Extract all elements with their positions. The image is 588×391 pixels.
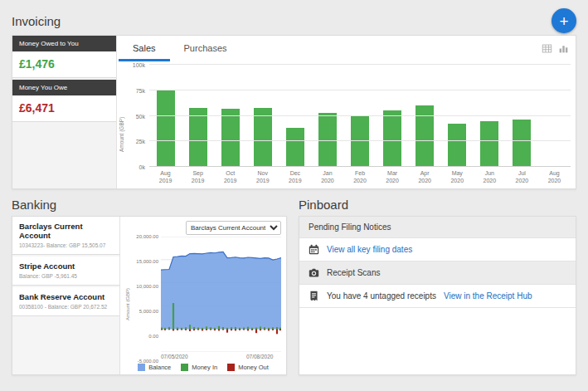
pinboard-row-text: Pending Filing Notices [309,222,391,232]
bar-slot [182,65,214,167]
x-tick-label: Mar2020 [377,167,409,187]
x-tick-label: Oct2019 [214,167,246,187]
pinboard-item-row: View all key filing dates [299,238,576,261]
summary-card-value: £6,471 [12,95,116,121]
tab-sales[interactable]: Sales [119,36,170,61]
summary-card-label: Money You Owe [12,80,116,95]
y-tick-label: 0k [139,164,145,170]
invoicing-summary-cards: Money Owed to You£1,476Money You Owe£6,4… [12,36,117,188]
legend-label: Money Out [238,364,269,371]
x-tick-label: Aug2019 [149,167,182,187]
x-tick-label: Jun2020 [474,167,506,187]
legend-label: Money In [192,364,217,371]
dashboard: Invoicing + Money Owed to You£1,476Money… [0,0,588,380]
pinboard-link[interactable]: View in the Receipt Hub [444,291,532,301]
bar-slot [409,65,441,167]
bank-chart-area: Barclays Current Account Amount (GBP) -5… [120,217,286,374]
banking-title: Banking [12,198,287,212]
legend-swatch [181,364,188,371]
bank-chart: Amount (GBP) -5,000.000.005,000.0010,000… [125,237,281,361]
pinboard-panel: Pending Filing NoticesView all key filin… [299,216,576,375]
bar-slot [343,65,376,167]
invoicing-tabs: SalesPurchases [119,36,241,61]
pinboard-link[interactable]: View all key filing dates [327,245,412,254]
bank-account-name: Stripe Account [19,261,113,271]
receipt-icon [309,291,319,301]
sales-chart-bars [149,65,571,167]
x-tick-label: 07/08/2020 [246,354,274,359]
bank-account-select[interactable]: Barclays Current Account [186,221,281,235]
sales-chart-plot [149,65,571,167]
legend-label: Balance [148,364,171,371]
bar [254,108,272,167]
bar [513,120,531,167]
invoicing-section: Invoicing + Money Owed to You£1,476Money… [12,7,576,189]
x-tick-label: Nov2019 [246,167,279,187]
bank-chart-plot [161,237,281,352]
pinboard-row-text: You have 4 untagged receipts [327,291,436,301]
pinboard-title: Pinboard [299,198,576,212]
invoicing-title: Invoicing [12,14,61,28]
bank-account-name: Bank Reserve Account [19,292,113,301]
chart-tools [542,43,571,54]
y-tick-label: 50k [136,113,145,119]
bar-slot [279,65,311,167]
gridline [149,64,571,65]
y-tick-label: -5,000.00 [138,359,158,364]
table-view-icon[interactable] [542,43,552,54]
bar-slot [441,65,474,167]
invoicing-panel: Money Owed to You£1,476Money You Owe£6,4… [12,35,576,189]
bar [480,121,498,167]
pinboard-header-row: Pending Filing Notices [299,217,576,238]
summary-card[interactable]: Money You Owe£6,471 [12,80,116,122]
bar-slot [246,65,279,167]
gridline [149,90,571,90]
bank-chart-xlabels: 07/05/202007/08/2020 [161,352,281,361]
bank-accounts-list: Barclays Current Account10343223- Balanc… [12,217,120,374]
bar [383,110,401,167]
sales-chart-yticks: 0k25k50k75k100k [128,65,149,167]
summary-card-value: £1,476 [12,51,116,77]
summary-card-label: Money Owed to You [12,36,116,51]
y-tick-label: 75k [136,87,145,93]
add-button[interactable]: + [552,8,576,33]
banking-section: Banking Barclays Current Account10343223… [12,189,287,375]
bar-slot [377,65,409,167]
y-tick-label: 15,000.00 [136,259,158,264]
y-tick-label: 5,000.00 [139,309,158,314]
pinboard-section: Pinboard Pending Filing NoticesView all … [299,189,576,375]
plus-icon: + [559,13,568,29]
bar [157,90,175,167]
bank-account-detail: Balance: GBP -5,961.45 [19,273,113,279]
bank-account-card[interactable]: Barclays Current Account10343223- Balanc… [12,217,119,255]
x-tick-label: Aug2020 [538,167,571,187]
y-tick-label: 20,000.00 [136,234,158,239]
bank-account-card[interactable]: Stripe AccountBalance: GBP -5,961.45 [12,257,119,286]
tab-purchases[interactable]: Purchases [170,36,241,61]
x-tick-label: Jan2020 [311,167,343,187]
x-tick-label: Dec2019 [279,167,311,187]
legend-item: Money Out [227,364,269,371]
gridline [149,166,571,167]
bank-chart-svg [161,237,281,352]
x-tick-label: 07/05/2020 [161,354,188,359]
y-tick-label: 0.00 [148,334,158,339]
invoicing-chart-area: SalesPurchases Amount (GBP) 0k25k50k75k1… [117,36,576,188]
y-tick-label: 25k [136,139,145,144]
bar [286,128,304,167]
pinboard-header-row: Receipt Scans [299,261,576,285]
bar-slot [506,65,538,167]
calendar-icon [309,244,319,255]
bar [189,108,207,167]
bank-account-card[interactable]: Bank Reserve Account00358100 - Balance: … [12,287,119,316]
bar-chart-view-icon[interactable] [558,43,569,54]
pinboard-row-text: Receipt Scans [327,268,380,277]
summary-card[interactable]: Money Owed to You£1,476 [12,36,116,78]
camera-icon [309,267,319,278]
bar [448,124,466,167]
pinboard-item-row: You have 4 untagged receiptsView in the … [299,285,576,308]
sales-chart: Amount (GBP) 0k25k50k75k100k Aug2019Sep2… [119,61,571,187]
legend-item: Money In [181,364,217,371]
bank-account-name: Barclays Current Account [19,222,113,240]
y-tick-label: 100k [133,62,145,68]
